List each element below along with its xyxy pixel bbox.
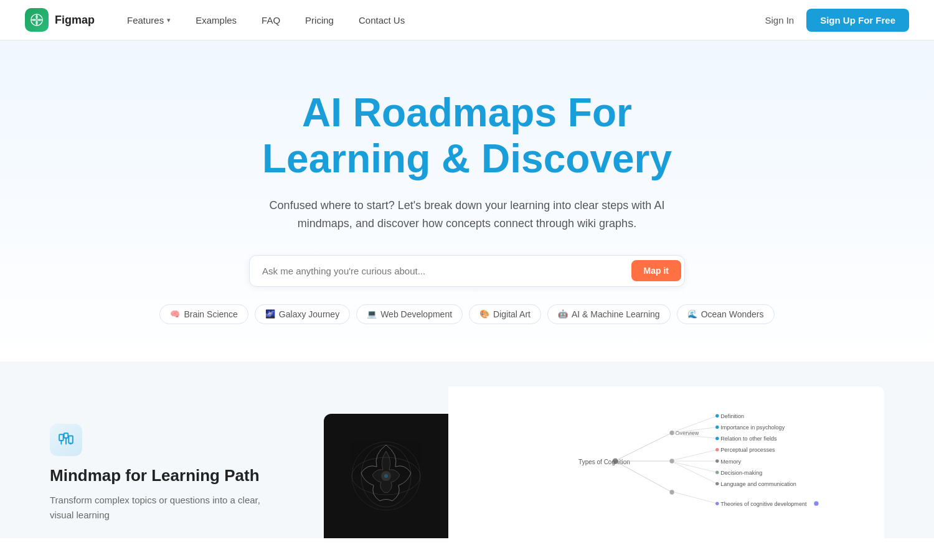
svg-line-9 (618, 432, 672, 459)
def-label: Definition (720, 413, 744, 419)
rel-node (715, 437, 719, 440)
brand-name: Figmap (55, 14, 95, 27)
brain-image (324, 414, 448, 538)
feature-title: Mindmap for Learning Path (50, 466, 286, 485)
overview-node (669, 431, 674, 435)
theories-node (715, 502, 719, 505)
percept-node (715, 448, 719, 451)
nav-features[interactable]: Features ▾ (115, 0, 183, 40)
feature-description: Mindmap for Learning Path Transform comp… (50, 386, 286, 523)
search-input[interactable] (249, 255, 685, 287)
sign-in-link[interactable]: Sign In (765, 15, 794, 26)
ocean-icon: 🌊 (687, 309, 697, 319)
tag-ocean-wonders[interactable]: 🌊 Ocean Wonders (677, 304, 775, 324)
nav-right: Sign In Sign Up For Free (765, 9, 909, 32)
feature-desc: Transform complex topics or questions in… (50, 493, 286, 523)
tags-container: 🧠 Brain Science 🌌 Galaxy Journey 💻 Web D… (159, 304, 774, 324)
brand-logo-link[interactable]: Figmap (25, 8, 95, 32)
tag-web-development[interactable]: 💻 Web Development (356, 304, 463, 324)
tag-galaxy-journey[interactable]: 🌌 Galaxy Journey (255, 304, 350, 324)
imp-label: Importance in psychology (720, 424, 785, 431)
tag-digital-art[interactable]: 🎨 Digital Art (469, 304, 541, 324)
svg-rect-2 (64, 433, 68, 438)
tag-label: Web Development (380, 309, 452, 319)
tag-label: Brain Science (184, 309, 237, 319)
nav-contact[interactable]: Contact Us (346, 0, 417, 40)
nav-pricing[interactable]: Pricing (293, 0, 346, 40)
svg-line-18 (618, 463, 672, 492)
imp-node (715, 426, 719, 429)
types-node (669, 459, 674, 463)
lower-section: Mindmap for Learning Path Transform comp… (0, 362, 934, 538)
memory-label: Memory (720, 458, 741, 464)
chevron-down-icon: ▾ (167, 16, 171, 24)
brain-icon: 🧠 (170, 309, 180, 319)
def-node (715, 414, 719, 417)
feature-icon (50, 424, 82, 456)
search-container: Map it (249, 255, 685, 287)
art-icon: 🎨 (479, 309, 489, 319)
svg-point-8 (384, 474, 388, 478)
decision-label: Decision-making (720, 470, 762, 476)
nav-examples[interactable]: Examples (183, 0, 249, 40)
nav-links: Features ▾ Examples FAQ Pricing Contact … (115, 0, 417, 40)
tag-label: Ocean Wonders (701, 309, 764, 319)
nav-left: Figmap Features ▾ Examples FAQ Pricing C… (25, 0, 417, 40)
svg-rect-1 (59, 434, 64, 441)
tag-brain-science[interactable]: 🧠 Brain Science (159, 304, 248, 324)
svg-rect-3 (68, 436, 73, 443)
navbar: Figmap Features ▾ Examples FAQ Pricing C… (0, 0, 934, 40)
svg-line-16 (674, 462, 717, 472)
web-icon: 💻 (367, 309, 377, 319)
mindmap-diagram: Types of Cognition Overview Definition I… (448, 386, 884, 538)
svg-line-14 (674, 450, 717, 460)
tag-label: Digital Art (493, 309, 531, 319)
percept-label: Perceptual processes (720, 447, 775, 453)
tag-ai-ml[interactable]: 🤖 AI & Machine Learning (547, 304, 671, 324)
end-dot (814, 501, 818, 505)
lower-node (669, 490, 674, 494)
mindmap-preview: Types of Cognition Overview Definition I… (324, 386, 884, 538)
theories-label: Theories of cognitive development (720, 501, 807, 507)
decision-node (715, 470, 719, 474)
brand-logo-icon (25, 8, 49, 32)
hero-section: AI Roadmaps For Learning & Discovery Con… (0, 40, 934, 362)
tag-label: AI & Machine Learning (572, 309, 660, 319)
nav-faq[interactable]: FAQ (249, 0, 293, 40)
tag-label: Galaxy Journey (279, 309, 339, 319)
svg-line-19 (674, 492, 717, 503)
sign-up-button[interactable]: Sign Up For Free (806, 9, 909, 32)
galaxy-icon: 🌌 (265, 309, 275, 319)
svg-line-10 (674, 416, 717, 431)
lang-node (715, 482, 719, 485)
hero-title: AI Roadmaps For Learning & Discovery (262, 90, 672, 182)
memory-node (715, 459, 719, 462)
rel-label: Relation to other fields (720, 436, 777, 442)
center-label: Types of Cognition (578, 458, 630, 465)
robot-icon: 🤖 (558, 309, 568, 319)
map-it-button[interactable]: Map it (631, 260, 681, 281)
svg-line-17 (674, 463, 717, 484)
hero-subtitle: Confused where to start? Let's break dow… (268, 197, 666, 233)
lang-label: Language and communication (720, 481, 796, 487)
